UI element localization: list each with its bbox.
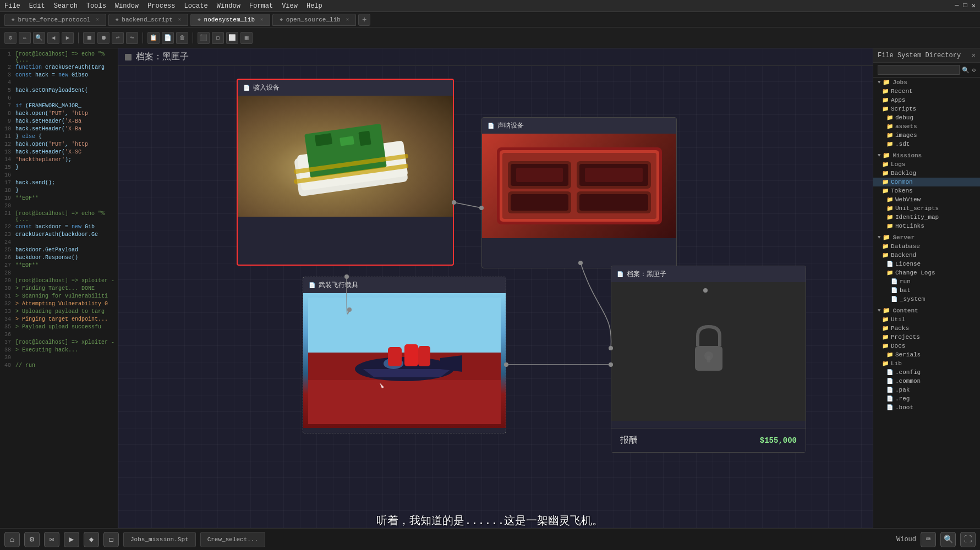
tree-debug[interactable]: 📁 debug <box>873 113 980 122</box>
tree-license[interactable]: 📄 License <box>873 260 980 268</box>
section-missions[interactable]: ▼ 📁 Missions <box>873 151 980 160</box>
toolbar-settings[interactable]: ⚙ <box>4 32 17 44</box>
toolbar-stop[interactable]: ⏹ <box>83 32 95 44</box>
section-jobs[interactable]: ▼ 📁 Jobs <box>873 78 980 87</box>
menu-process[interactable]: Process <box>147 2 175 10</box>
tab-opensource[interactable]: ◆ open_source_lib ✕ <box>272 14 356 26</box>
taskbar-run[interactable]: ▶ <box>64 532 79 547</box>
menu-window[interactable]: Window <box>115 2 139 10</box>
window-close[interactable]: ✕ <box>972 2 976 10</box>
folder-sdt-icon: 📁 <box>886 141 893 147</box>
menu-tools[interactable]: Tools <box>86 2 106 10</box>
tree-images[interactable]: 📁 images <box>873 131 980 140</box>
taskbar-kbd[interactable]: ⌨ <box>921 532 936 547</box>
canvas-area[interactable]: 档案：黑匣子 📄 <box>118 48 873 549</box>
menu-locate[interactable]: Locate <box>184 2 208 10</box>
node-audio-device[interactable]: 📄 声呐设备 <box>481 117 677 268</box>
taskbar-mail[interactable]: ✉ <box>44 532 59 547</box>
fs-search-icon[interactable]: 🔍 <box>962 67 970 74</box>
tree-database[interactable]: 📁 Database <box>873 242 980 251</box>
tree-lib[interactable]: 📁 Lib <box>873 359 980 368</box>
fs-settings-icon[interactable]: ⚙ <box>972 67 976 74</box>
tree-projects[interactable]: 📁 Projects <box>873 333 980 342</box>
panel-close-icon[interactable]: ✕ <box>972 51 976 59</box>
taskbar-resize[interactable]: ⛶ <box>960 532 976 547</box>
taskbar-diamond[interactable]: ◆ <box>84 532 99 547</box>
tree-util[interactable]: 📁 Util <box>873 315 980 324</box>
taskbar-jobs-mission[interactable]: Jobs_mission.Spt <box>123 532 196 547</box>
node-aircraft[interactable]: 📄 武装飞行载具 <box>303 277 506 433</box>
tree-backlog[interactable]: 📁 Backlog <box>873 169 980 178</box>
tree-change-logs[interactable]: 📁 Change Logs <box>873 268 980 277</box>
tree-boot[interactable]: 📄 .boot <box>873 403 980 412</box>
taskbar-settings[interactable]: ⚙ <box>24 532 40 547</box>
tree-sdt[interactable]: 📁 .sdt <box>873 140 980 148</box>
taskbar-crew-select[interactable]: Crew_select... <box>200 532 265 547</box>
tree-backend[interactable]: 📁 Backend <box>873 251 980 260</box>
tab-brute-force[interactable]: ◆ brute_force_protocol ✕ <box>4 14 106 26</box>
tab-nodesystem[interactable]: ◆ nodesystem_lib ✕ <box>190 14 270 26</box>
toolbar-back[interactable]: ◀ <box>47 32 59 44</box>
tree-unit-scripts[interactable]: 📁 Unit_scripts <box>873 204 980 213</box>
tree-identity-map[interactable]: 📁 Identity_map <box>873 213 980 222</box>
tree-run[interactable]: 📄 run <box>873 277 980 286</box>
tree-pak[interactable]: 📄 .pak <box>873 386 980 394</box>
tree-tokens[interactable]: 📁 Tokens <box>873 186 980 195</box>
tree-system[interactable]: 📄 _system <box>873 295 980 304</box>
toolbar-copy[interactable]: 📋 <box>147 32 160 44</box>
tab-close[interactable]: ✕ <box>260 16 263 23</box>
code-line-2: 2 function crackUserAuth(targ <box>0 64 118 72</box>
menu-file[interactable]: File <box>4 2 20 10</box>
tab-close[interactable]: ✕ <box>96 16 98 23</box>
tree-packs[interactable]: 📁 Packs <box>873 324 980 333</box>
toolbar-edit[interactable]: ✏ <box>19 32 31 44</box>
menu-help[interactable]: Help <box>306 2 322 10</box>
toolbar-forward[interactable]: ▶ <box>62 32 74 44</box>
menu-format[interactable]: Format <box>249 2 273 10</box>
tab-close[interactable]: ✕ <box>346 16 349 23</box>
tree-webview[interactable]: 📁 WebView <box>873 195 980 204</box>
window-maximize[interactable]: □ <box>963 2 967 10</box>
tree-scripts[interactable]: 📁 Scripts <box>873 105 980 113</box>
toolbar-view4[interactable]: ▦ <box>240 32 253 44</box>
node-blackbox[interactable]: 📄 档案：黑匣子 报酬 $155,000 <box>611 266 806 453</box>
new-tab-button[interactable]: + <box>358 14 370 26</box>
taskbar-home[interactable]: ⌂ <box>4 532 20 547</box>
toolbar-delete[interactable]: 🗑 <box>176 32 188 44</box>
menu-window2[interactable]: Window <box>217 2 240 10</box>
node-input-device[interactable]: 📄 骇入设备 <box>237 79 454 266</box>
tree-hotlinks[interactable]: 📁 HotLinks <box>873 222 980 230</box>
folder-logs-icon: 📁 <box>882 161 889 168</box>
tree-bat[interactable]: 📄 bat <box>873 286 980 295</box>
tree-backend-label: Backend <box>891 252 916 258</box>
tree-docs[interactable]: 📁 Docs <box>873 342 980 350</box>
taskbar-search[interactable]: 🔍 <box>940 532 956 547</box>
tree-config[interactable]: 📄 .config <box>873 368 980 377</box>
fs-search-input[interactable] <box>878 65 960 75</box>
toolbar-record[interactable]: ⏺ <box>97 32 110 44</box>
toolbar-view2[interactable]: ◻ <box>212 32 224 44</box>
tree-common[interactable]: 📁 Common <box>873 178 980 186</box>
toolbar-undo[interactable]: ↩ <box>112 32 124 44</box>
tree-logs[interactable]: 📁 Logs <box>873 160 980 169</box>
tab-close[interactable]: ✕ <box>178 16 181 23</box>
tree-reg[interactable]: 📄 .reg <box>873 394 980 403</box>
tree-apps[interactable]: 📁 Apps <box>873 96 980 105</box>
menu-edit[interactable]: Edit <box>29 2 45 10</box>
toolbar-view1[interactable]: ⬛ <box>198 32 210 44</box>
window-minimize[interactable]: ─ <box>955 2 959 10</box>
menu-search[interactable]: Search <box>54 2 78 10</box>
tree-common-file[interactable]: 📄 .common <box>873 377 980 386</box>
toolbar-redo[interactable]: ↪ <box>126 32 138 44</box>
tree-serials[interactable]: 📁 Serials <box>873 350 980 359</box>
toolbar-view3[interactable]: ⬜ <box>226 32 238 44</box>
menu-view[interactable]: View <box>282 2 298 10</box>
section-server[interactable]: ▼ 📁 Server <box>873 233 980 242</box>
toolbar-new[interactable]: 📄 <box>162 32 174 44</box>
toolbar-search[interactable]: 🔍 <box>33 32 45 44</box>
section-content[interactable]: ▼ 📁 Content <box>873 306 980 315</box>
tree-recent[interactable]: 📁 Recent <box>873 87 980 96</box>
tab-backend[interactable]: ◆ backend_script ✕ <box>108 14 188 26</box>
tree-assets[interactable]: 📁 assets <box>873 122 980 131</box>
taskbar-square[interactable]: ◻ <box>103 532 119 547</box>
